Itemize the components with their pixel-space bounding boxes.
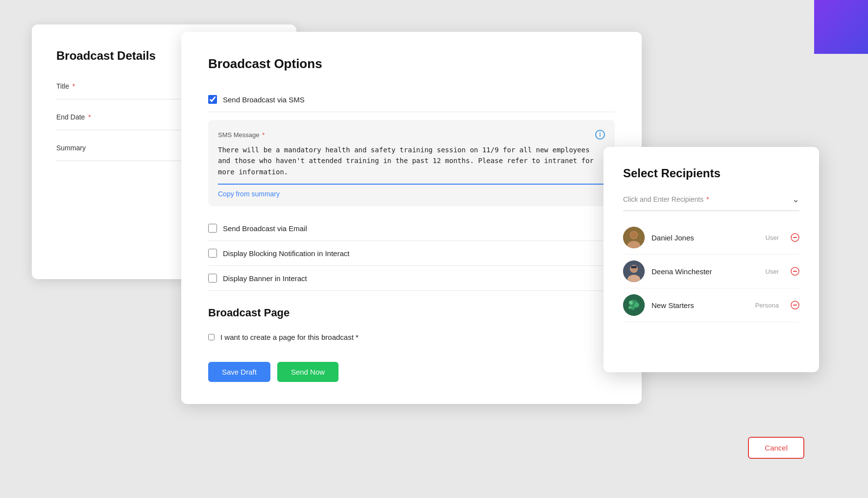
copy-from-summary-link[interactable]: Copy from summary <box>218 190 280 198</box>
sms-message-textarea[interactable]: There will be a mandatory health and saf… <box>218 144 605 179</box>
sms-message-label: SMS Message <box>218 131 260 139</box>
create-page-label[interactable]: I want to create a page for this broadca… <box>220 333 359 341</box>
remove-recipient-button[interactable] <box>791 267 799 276</box>
display-blocking-row: Display Blocking Notification in Interac… <box>208 241 615 266</box>
svg-point-3 <box>630 232 637 238</box>
svg-rect-10 <box>631 266 637 268</box>
send-email-checkbox[interactable] <box>208 224 217 233</box>
chevron-down-icon: ⌄ <box>792 194 799 205</box>
recipient-name: Deena Winchester <box>651 267 759 276</box>
select-recipients-title: Select Recipients <box>623 166 799 180</box>
send-sms-row: Send Broadcast via SMS <box>208 87 615 112</box>
create-page-checkbox[interactable] <box>208 334 215 340</box>
recipient-type: User <box>766 234 779 241</box>
display-banner-label[interactable]: Display Banner in Interact <box>223 274 307 283</box>
recipient-row: New Starters Persona <box>623 288 799 322</box>
avatar <box>623 261 645 282</box>
broadcast-page-title: Broadcast Page <box>208 307 615 319</box>
purple-accent-decoration <box>814 0 868 54</box>
send-sms-checkbox[interactable] <box>208 95 217 104</box>
action-buttons: Save Draft Send Now <box>208 362 615 382</box>
sms-underline <box>218 184 605 185</box>
svg-point-15 <box>629 301 633 305</box>
avatar <box>623 227 645 248</box>
remove-recipient-button[interactable] <box>791 301 799 309</box>
svg-point-17 <box>631 306 635 310</box>
send-now-button[interactable]: Send Now <box>277 362 338 382</box>
display-banner-row: Display Banner in Interact <box>208 266 615 291</box>
recipients-dropdown[interactable]: Click and Enter Recipients * ⌄ <box>623 194 799 211</box>
svg-point-16 <box>634 303 639 308</box>
broadcast-options-title: Broadcast Options <box>208 56 615 71</box>
save-draft-button[interactable]: Save Draft <box>208 362 270 382</box>
select-recipients-card: Select Recipients Click and Enter Recipi… <box>603 147 819 372</box>
recipient-row: Deena Winchester User <box>623 255 799 288</box>
display-blocking-checkbox[interactable] <box>208 249 217 258</box>
send-email-label[interactable]: Send Broadcast via Email <box>223 224 307 233</box>
recipient-name: New Starters <box>651 301 748 309</box>
send-sms-label[interactable]: Send Broadcast via SMS <box>223 95 305 104</box>
send-email-row: Send Broadcast via Email <box>208 216 615 241</box>
recipient-name: Daniel Jones <box>651 234 759 242</box>
recipients-dropdown-placeholder: Click and Enter Recipients <box>623 195 703 203</box>
sms-message-box: SMS Message * i There will be a mandator… <box>208 120 615 206</box>
recipient-type: Persona <box>755 302 779 309</box>
create-page-row: I want to create a page for this broadca… <box>208 327 615 347</box>
cancel-button[interactable]: Cancel <box>748 437 804 459</box>
recipient-row: Daniel Jones User <box>623 221 799 255</box>
remove-recipient-button[interactable] <box>791 233 799 242</box>
svg-point-18 <box>628 306 631 309</box>
broadcast-options-card: Broadcast Options Send Broadcast via SMS… <box>181 32 642 404</box>
display-blocking-label[interactable]: Display Blocking Notification in Interac… <box>223 249 349 258</box>
recipient-type: User <box>766 268 779 275</box>
display-banner-checkbox[interactable] <box>208 274 217 283</box>
avatar <box>623 294 645 316</box>
info-icon[interactable]: i <box>595 130 605 140</box>
